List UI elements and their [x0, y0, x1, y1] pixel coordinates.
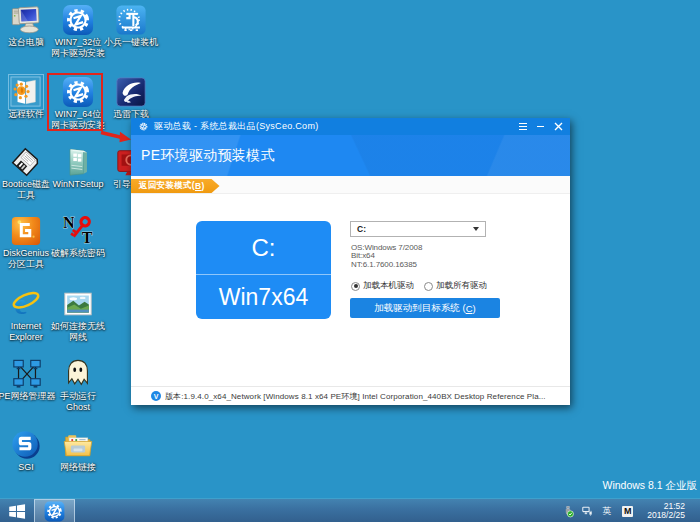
win7-32-driver-icon [62, 4, 94, 36]
red-arrow [100, 128, 132, 146]
crack-password-icon: N T [62, 215, 94, 247]
bootice-icon [10, 146, 42, 178]
sgi-icon [10, 429, 42, 461]
red-highlight-box [47, 73, 103, 131]
pe-network-manager-icon [11, 358, 43, 390]
xiaobing-installer-icon [115, 4, 147, 36]
desktop-icon-label: 远程软件 [8, 109, 44, 120]
ghost-icon [62, 358, 94, 390]
clock-date: 2018/2/25 [647, 511, 685, 521]
this-pc-icon [10, 4, 42, 36]
language-indicator[interactable]: 英 [602, 505, 611, 518]
desktop-icon-label: SGI [18, 462, 34, 473]
winntsetup-icon [62, 146, 94, 178]
usb-safely-remove-icon[interactable] [562, 505, 574, 518]
driver-load-options: 加载本机驱动加载所有驱动 [351, 280, 487, 292]
svg-text:T: T [82, 229, 93, 246]
network-links-icon [62, 429, 94, 461]
chevron-down-icon [473, 227, 479, 231]
diskgenius-icon [10, 215, 42, 247]
desktop-icon-xiaobing-installer[interactable]: 小兵一键装机 [94, 4, 168, 48]
window-titlebar[interactable]: 驱动总载 - 系统总裁出品(SysCeo.Com) [131, 118, 570, 135]
desktop-icon-label: 如何连接无线 网线 [51, 321, 105, 342]
start-button[interactable] [0, 499, 34, 522]
load-drivers-button[interactable]: 加载驱动到目标系统 (C) [350, 298, 500, 318]
window-statusbar: V 版本:1.9.4.0_x64_Network [Windows 8.1 x6… [131, 386, 570, 405]
tab-strip: 返回安装模式(B) [131, 176, 570, 194]
drive-select-value: C: [357, 224, 366, 234]
taskbar: 英 M 21:52 2018/2/25 [0, 498, 700, 522]
taskbar-app-driver-tool[interactable] [34, 499, 75, 522]
taskbar-clock[interactable]: 21:52 2018/2/25 [647, 502, 685, 521]
menu-icon[interactable] [518, 121, 527, 132]
remote-software-icon [10, 76, 42, 108]
target-drive-card[interactable]: C: Win7x64 [196, 221, 331, 319]
wireless-help-icon [62, 288, 94, 320]
thunder-download-icon [115, 76, 147, 108]
window-title: 驱动总载 - 系统总裁出品(SysCeo.Com) [154, 120, 319, 133]
app-gear-icon [138, 121, 149, 132]
radio-dot [351, 282, 360, 291]
radio-load-local-drivers[interactable]: 加载本机驱动 [351, 280, 414, 292]
network-status-icon[interactable] [582, 505, 593, 517]
windows-watermark: Windows 8.1 企业版 [602, 479, 697, 493]
version-text: 版本:1.9.4.0_x64_Network [Windows 8.1 x64 … [165, 391, 546, 402]
svg-text:e: e [14, 288, 27, 320]
desktop-icon-label: 破解系统密码 [51, 248, 105, 259]
version-badge-icon: V [151, 391, 161, 401]
system-tray: 英 M 21:52 2018/2/25 [562, 499, 700, 522]
desktop-icon-thunder-download[interactable]: 迅雷下载 [94, 76, 168, 120]
desktop-icon-label: 手动运行 Ghost [60, 391, 96, 412]
radio-label: 加载本机驱动 [363, 280, 414, 292]
desktop-icon-label: Internet Explorer [9, 321, 43, 342]
svg-text:N: N [63, 215, 75, 231]
desktop-icon-label: 网络链接 [60, 462, 96, 473]
os-info-line: NT:6.1.7600.16385 [351, 261, 422, 269]
back-to-install-mode-tab[interactable]: 返回安装模式(B) [131, 179, 220, 193]
internet-explorer-icon: e [10, 288, 42, 320]
os-info: OS:Windows 7/2008Bit:x64NT:6.1.7600.1638… [351, 244, 422, 269]
desktop-icon-label: 这台电脑 [8, 37, 44, 48]
window-content: C: Win7x64 C: OS:Windows 7/2008Bit:x64NT… [131, 194, 570, 386]
close-icon[interactable] [554, 121, 563, 132]
desktop-icon-ghost[interactable]: 手动运行 Ghost [41, 358, 115, 412]
windows-logo-icon [7, 502, 27, 521]
desktop-icon-crack-password[interactable]: N T 破解系统密码 [41, 215, 115, 259]
radio-dot [424, 282, 433, 291]
minimize-icon[interactable] [536, 121, 545, 132]
desktop: 这台电脑 WIN7_32位 网卡驱动安装 小兵一键装机 远程软件 WIN7_64… [0, 0, 700, 522]
radio-label: 加载所有驱动 [436, 280, 487, 292]
desktop-icon-label: 小兵一键装机 [104, 37, 158, 48]
drive-select[interactable]: C: [350, 221, 486, 237]
app-window: 驱动总载 - 系统总裁出品(SysCeo.Com) PE环境驱动预装模式 返回安… [131, 118, 570, 405]
desktop-icon-network-links[interactable]: 网络链接 [41, 429, 115, 473]
drive-letter: C: [196, 221, 331, 274]
drive-os-label: Win7x64 [196, 275, 331, 319]
ime-indicator[interactable]: M [622, 506, 633, 517]
radio-load-all-drivers[interactable]: 加载所有驱动 [424, 280, 487, 292]
window-header: PE环境驱动预装模式 [131, 135, 570, 176]
mode-title: PE环境驱动预装模式 [141, 147, 275, 165]
desktop-icon-wireless-help[interactable]: 如何连接无线 网线 [41, 288, 115, 342]
